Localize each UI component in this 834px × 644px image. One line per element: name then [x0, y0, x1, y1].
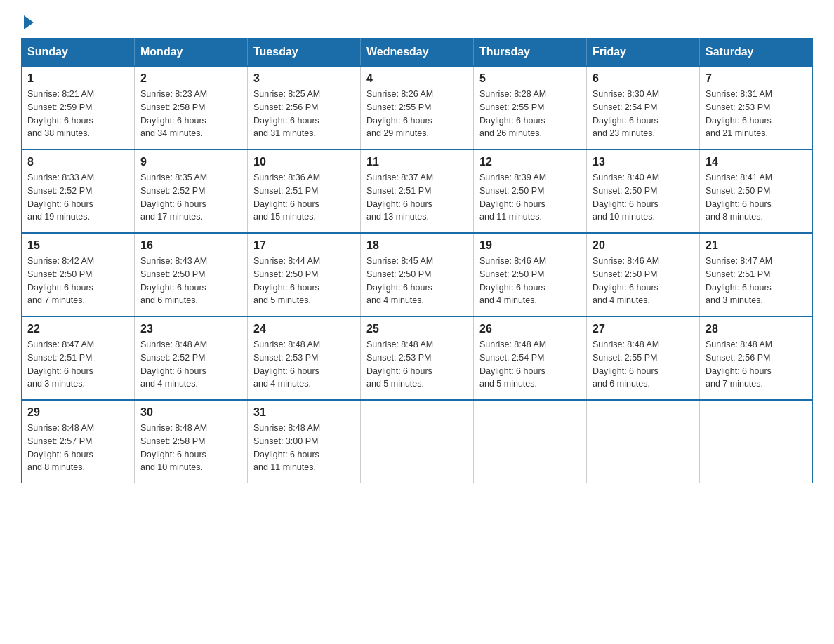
day-info: Sunrise: 8:37 AMSunset: 2:51 PMDaylight:…: [366, 171, 468, 224]
day-info: Sunrise: 8:25 AMSunset: 2:56 PMDaylight:…: [253, 88, 355, 140]
day-info: Sunrise: 8:44 AMSunset: 2:50 PMDaylight:…: [253, 255, 355, 307]
page-header: [21, 14, 813, 27]
calendar-week-3: 15Sunrise: 8:42 AMSunset: 2:50 PMDayligh…: [22, 233, 813, 316]
calendar-cell: 27Sunrise: 8:48 AMSunset: 2:55 PMDayligh…: [587, 316, 700, 400]
day-info: Sunrise: 8:47 AMSunset: 2:51 PMDaylight:…: [27, 338, 128, 391]
day-info: Sunrise: 8:46 AMSunset: 2:50 PMDaylight:…: [479, 255, 581, 307]
day-number: 20: [593, 239, 694, 252]
calendar-cell: 25Sunrise: 8:48 AMSunset: 2:53 PMDayligh…: [361, 316, 474, 400]
day-info: Sunrise: 8:41 AMSunset: 2:50 PMDaylight:…: [706, 171, 807, 224]
calendar-body: 1Sunrise: 8:21 AMSunset: 2:59 PMDaylight…: [22, 66, 813, 483]
day-number: 5: [479, 72, 581, 85]
calendar-cell: 30Sunrise: 8:48 AMSunset: 2:58 PMDayligh…: [135, 400, 248, 483]
day-number: 26: [479, 323, 581, 335]
calendar-cell: 16Sunrise: 8:43 AMSunset: 2:50 PMDayligh…: [135, 233, 248, 316]
calendar-cell: [474, 400, 587, 483]
calendar-cell: 29Sunrise: 8:48 AMSunset: 2:57 PMDayligh…: [22, 400, 135, 483]
calendar-cell: 19Sunrise: 8:46 AMSunset: 2:50 PMDayligh…: [474, 233, 587, 316]
day-info: Sunrise: 8:28 AMSunset: 2:55 PMDaylight:…: [479, 88, 581, 140]
calendar-table: SundayMondayTuesdayWednesdayThursdayFrid…: [21, 38, 813, 483]
calendar-cell: 6Sunrise: 8:30 AMSunset: 2:54 PMDaylight…: [587, 66, 700, 149]
day-number: 11: [366, 156, 468, 168]
weekday-header-sunday: Sunday: [22, 39, 135, 67]
logo: [21, 14, 34, 27]
day-number: 8: [27, 156, 128, 168]
day-info: Sunrise: 8:35 AMSunset: 2:52 PMDaylight:…: [140, 171, 241, 224]
calendar-week-4: 22Sunrise: 8:47 AMSunset: 2:51 PMDayligh…: [22, 316, 813, 400]
day-info: Sunrise: 8:43 AMSunset: 2:50 PMDaylight:…: [140, 255, 241, 307]
calendar-cell: 14Sunrise: 8:41 AMSunset: 2:50 PMDayligh…: [700, 149, 813, 233]
calendar-cell: 8Sunrise: 8:33 AMSunset: 2:52 PMDaylight…: [22, 149, 135, 233]
day-number: 10: [253, 156, 355, 168]
day-info: Sunrise: 8:48 AMSunset: 2:52 PMDaylight:…: [140, 338, 241, 391]
day-number: 17: [253, 239, 355, 252]
calendar-cell: 31Sunrise: 8:48 AMSunset: 3:00 PMDayligh…: [248, 400, 361, 483]
calendar-cell: 28Sunrise: 8:48 AMSunset: 2:56 PMDayligh…: [700, 316, 813, 400]
day-number: 2: [140, 72, 241, 85]
calendar-cell: 9Sunrise: 8:35 AMSunset: 2:52 PMDaylight…: [135, 149, 248, 233]
day-info: Sunrise: 8:46 AMSunset: 2:50 PMDaylight:…: [593, 255, 694, 307]
logo-arrow-icon: [24, 15, 34, 29]
day-info: Sunrise: 8:45 AMSunset: 2:50 PMDaylight:…: [366, 255, 468, 307]
day-number: 25: [366, 323, 468, 335]
day-info: Sunrise: 8:48 AMSunset: 2:58 PMDaylight:…: [140, 422, 241, 474]
day-info: Sunrise: 8:30 AMSunset: 2:54 PMDaylight:…: [593, 88, 694, 140]
weekday-header-friday: Friday: [587, 39, 700, 67]
day-info: Sunrise: 8:23 AMSunset: 2:58 PMDaylight:…: [140, 88, 241, 140]
day-number: 9: [140, 156, 241, 168]
day-number: 21: [706, 239, 807, 252]
calendar-cell: 20Sunrise: 8:46 AMSunset: 2:50 PMDayligh…: [587, 233, 700, 316]
day-info: Sunrise: 8:31 AMSunset: 2:53 PMDaylight:…: [706, 88, 807, 140]
day-number: 30: [140, 406, 241, 419]
day-info: Sunrise: 8:40 AMSunset: 2:50 PMDaylight:…: [593, 171, 694, 224]
day-number: 1: [27, 72, 128, 85]
calendar-week-2: 8Sunrise: 8:33 AMSunset: 2:52 PMDaylight…: [22, 149, 813, 233]
calendar-cell: 18Sunrise: 8:45 AMSunset: 2:50 PMDayligh…: [361, 233, 474, 316]
day-info: Sunrise: 8:21 AMSunset: 2:59 PMDaylight:…: [27, 88, 128, 140]
calendar-cell: 7Sunrise: 8:31 AMSunset: 2:53 PMDaylight…: [700, 66, 813, 149]
day-number: 13: [593, 156, 694, 168]
calendar-cell: 24Sunrise: 8:48 AMSunset: 2:53 PMDayligh…: [248, 316, 361, 400]
day-info: Sunrise: 8:48 AMSunset: 2:53 PMDaylight:…: [366, 338, 468, 391]
calendar-week-1: 1Sunrise: 8:21 AMSunset: 2:59 PMDaylight…: [22, 66, 813, 149]
calendar-cell: 11Sunrise: 8:37 AMSunset: 2:51 PMDayligh…: [361, 149, 474, 233]
day-number: 12: [479, 156, 581, 168]
day-number: 29: [27, 406, 128, 419]
day-info: Sunrise: 8:42 AMSunset: 2:50 PMDaylight:…: [27, 255, 128, 307]
calendar-cell: 13Sunrise: 8:40 AMSunset: 2:50 PMDayligh…: [587, 149, 700, 233]
calendar-cell: 23Sunrise: 8:48 AMSunset: 2:52 PMDayligh…: [135, 316, 248, 400]
day-number: 4: [366, 72, 468, 85]
day-info: Sunrise: 8:26 AMSunset: 2:55 PMDaylight:…: [366, 88, 468, 140]
weekday-header-monday: Monday: [135, 39, 248, 67]
day-number: 7: [706, 72, 807, 85]
calendar-cell: [361, 400, 474, 483]
day-info: Sunrise: 8:33 AMSunset: 2:52 PMDaylight:…: [27, 171, 128, 224]
day-number: 3: [253, 72, 355, 85]
day-number: 6: [593, 72, 694, 85]
day-number: 16: [140, 239, 241, 252]
day-number: 23: [140, 323, 241, 335]
weekday-header-saturday: Saturday: [700, 39, 813, 67]
calendar-cell: 5Sunrise: 8:28 AMSunset: 2:55 PMDaylight…: [474, 66, 587, 149]
day-number: 19: [479, 239, 581, 252]
day-number: 27: [593, 323, 694, 335]
weekday-header-tuesday: Tuesday: [248, 39, 361, 67]
calendar-cell: 15Sunrise: 8:42 AMSunset: 2:50 PMDayligh…: [22, 233, 135, 316]
calendar-cell: 12Sunrise: 8:39 AMSunset: 2:50 PMDayligh…: [474, 149, 587, 233]
day-info: Sunrise: 8:48 AMSunset: 2:53 PMDaylight:…: [253, 338, 355, 391]
calendar-cell: 2Sunrise: 8:23 AMSunset: 2:58 PMDaylight…: [135, 66, 248, 149]
day-info: Sunrise: 8:48 AMSunset: 2:57 PMDaylight:…: [27, 422, 128, 474]
calendar-cell: 22Sunrise: 8:47 AMSunset: 2:51 PMDayligh…: [22, 316, 135, 400]
calendar-cell: 17Sunrise: 8:44 AMSunset: 2:50 PMDayligh…: [248, 233, 361, 316]
day-info: Sunrise: 8:48 AMSunset: 2:56 PMDaylight:…: [706, 338, 807, 391]
calendar-cell: 3Sunrise: 8:25 AMSunset: 2:56 PMDaylight…: [248, 66, 361, 149]
day-number: 28: [706, 323, 807, 335]
day-info: Sunrise: 8:39 AMSunset: 2:50 PMDaylight:…: [479, 171, 581, 224]
calendar-cell: 4Sunrise: 8:26 AMSunset: 2:55 PMDaylight…: [361, 66, 474, 149]
day-info: Sunrise: 8:36 AMSunset: 2:51 PMDaylight:…: [253, 171, 355, 224]
calendar-cell: [587, 400, 700, 483]
weekday-row: SundayMondayTuesdayWednesdayThursdayFrid…: [22, 39, 813, 67]
day-number: 18: [366, 239, 468, 252]
calendar-cell: 21Sunrise: 8:47 AMSunset: 2:51 PMDayligh…: [700, 233, 813, 316]
day-number: 22: [27, 323, 128, 335]
